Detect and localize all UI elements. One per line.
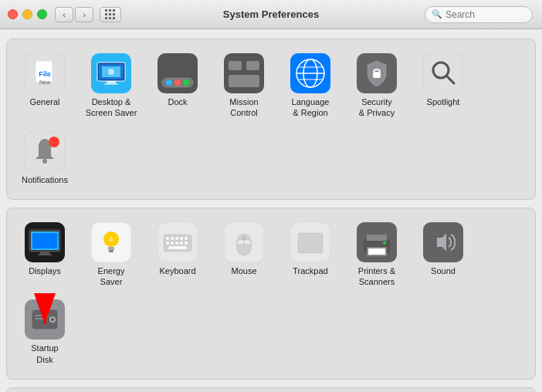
svg-rect-53	[166, 242, 169, 245]
svg-rect-27	[373, 72, 381, 78]
sound-label: Sound	[431, 265, 456, 276]
svg-point-70	[383, 242, 386, 245]
window-title: System Preferences	[223, 8, 319, 20]
notifications-icon	[25, 131, 65, 171]
svg-point-62	[242, 236, 246, 241]
svg-text:File: File	[39, 70, 51, 78]
energy-saver-label: EnergySaver	[98, 265, 125, 288]
svg-rect-17	[229, 61, 242, 70]
language-region-icon	[290, 53, 330, 93]
svg-rect-19	[229, 75, 259, 87]
dock-icon	[158, 53, 198, 93]
security-privacy-item[interactable]: Security& Privacy	[345, 49, 408, 123]
desktop-screensaver-label: Desktop &Screen Saver	[86, 96, 137, 119]
startup-disk-icon	[25, 299, 65, 340]
trackpad-item[interactable]: Trackpad	[279, 218, 342, 292]
internet-section: iCloud @ InternetAccounts	[6, 387, 536, 392]
general-label: General	[29, 96, 59, 107]
svg-rect-50	[175, 237, 178, 240]
keyboard-icon	[158, 222, 198, 262]
forward-button[interactable]: ›	[75, 7, 93, 22]
spotlight-item[interactable]: Spotlight	[412, 49, 475, 123]
svg-rect-48	[166, 237, 169, 240]
printers-scanners-item[interactable]: Printers &Scanners	[345, 218, 408, 292]
trackpad-icon	[290, 222, 330, 262]
displays-icon	[25, 222, 65, 262]
svg-rect-57	[185, 242, 188, 245]
svg-rect-64	[298, 233, 323, 253]
svg-rect-9	[107, 81, 116, 83]
search-icon: 🔍	[432, 9, 442, 19]
nav-buttons: ‹ ›	[55, 7, 93, 22]
svg-rect-45	[109, 250, 113, 252]
language-region-label: Language& Region	[292, 96, 330, 119]
general-item[interactable]: File New General	[13, 49, 76, 123]
svg-rect-58	[168, 246, 187, 249]
sound-item[interactable]: Sound	[412, 218, 475, 292]
svg-rect-44	[108, 247, 114, 250]
keyboard-item[interactable]: Keyboard	[146, 218, 209, 292]
mouse-label: Mouse	[231, 265, 256, 276]
svg-point-32	[42, 159, 47, 164]
keyboard-label: Keyboard	[159, 265, 195, 276]
energy-saver-icon	[91, 222, 131, 262]
svg-rect-55	[175, 242, 178, 245]
spotlight-label: Spotlight	[427, 96, 460, 107]
svg-point-13	[166, 79, 172, 86]
displays-label: Displays	[29, 265, 61, 276]
mission-control-icon	[224, 53, 264, 93]
back-button[interactable]: ‹	[55, 7, 73, 22]
desktop-screensaver-item[interactable]: Desktop &Screen Saver	[80, 49, 143, 123]
dock-label: Dock	[168, 96, 187, 107]
svg-rect-49	[171, 237, 174, 240]
svg-rect-52	[185, 237, 188, 240]
mouse-item[interactable]: Mouse	[212, 218, 276, 292]
svg-rect-16	[224, 53, 264, 93]
trackpad-label: Trackpad	[293, 265, 327, 276]
svg-rect-67	[367, 235, 387, 241]
notifications-label: Notifications	[22, 174, 68, 185]
svg-rect-18	[246, 61, 259, 70]
svg-rect-38	[40, 252, 49, 254]
svg-point-15	[183, 79, 189, 86]
close-button[interactable]	[8, 9, 18, 19]
title-bar: ‹ › System Preferences 🔍	[0, 0, 542, 29]
energy-saver-item[interactable]: EnergySaver	[80, 218, 143, 292]
desktop-screensaver-icon	[91, 53, 131, 93]
security-privacy-label: Security& Privacy	[359, 96, 395, 119]
svg-rect-69	[368, 248, 385, 255]
main-content: File New General	[0, 29, 542, 392]
svg-rect-37	[32, 233, 57, 248]
printers-scanners-label: Printers &Scanners	[358, 265, 395, 288]
svg-point-33	[49, 137, 59, 147]
hardware-section: Displays	[6, 208, 536, 380]
displays-item[interactable]: Displays	[13, 218, 76, 292]
dock-item[interactable]: Dock	[146, 49, 209, 123]
minimize-button[interactable]	[22, 9, 32, 19]
startup-disk-item[interactable]: StartupDisk	[13, 295, 76, 370]
svg-rect-56	[180, 242, 183, 245]
security-privacy-icon	[357, 53, 397, 93]
mission-control-label: MissionControl	[229, 96, 258, 119]
svg-point-8	[108, 69, 114, 75]
grid-icon	[105, 9, 116, 20]
svg-rect-51	[180, 237, 183, 240]
notifications-item[interactable]: Notifications	[13, 127, 76, 190]
svg-point-14	[174, 79, 181, 86]
svg-rect-28	[423, 53, 463, 93]
svg-rect-39	[38, 254, 52, 255]
svg-rect-78	[35, 318, 46, 319]
grid-view-button[interactable]	[100, 7, 121, 22]
personal-section: File New General	[6, 39, 536, 200]
personal-grid: File New General	[13, 49, 529, 190]
language-region-item[interactable]: Language& Region	[279, 49, 342, 123]
mission-control-item[interactable]: MissionControl	[212, 49, 276, 123]
svg-rect-54	[171, 242, 174, 245]
spotlight-icon	[423, 53, 463, 93]
search-input[interactable]	[445, 9, 526, 20]
maximize-button[interactable]	[37, 9, 47, 19]
traffic-lights	[8, 9, 47, 19]
general-icon: File New	[25, 53, 65, 93]
search-box[interactable]: 🔍	[425, 6, 533, 23]
printers-scanners-icon	[357, 222, 397, 262]
